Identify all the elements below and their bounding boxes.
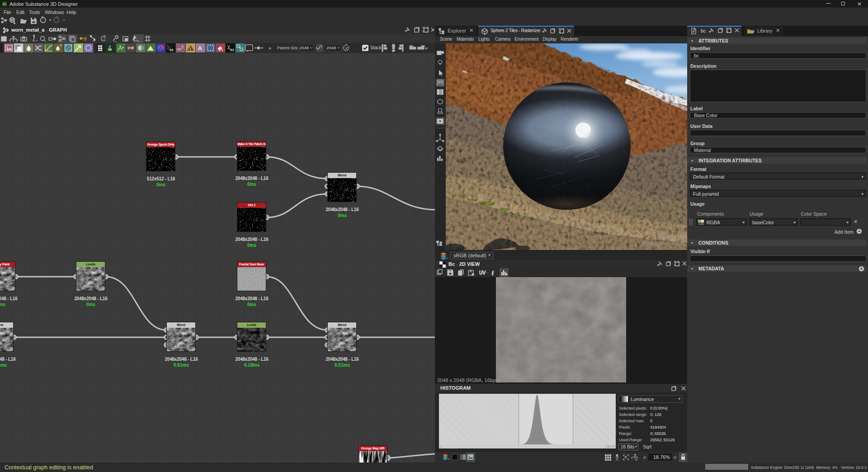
svg-text:UV: UV: [479, 270, 486, 275]
svg-text:Samples: 32: Samples: 32: [657, 235, 683, 240]
svg-text:2048: 2048: [326, 45, 336, 50]
svg-text:01: 01: [230, 48, 234, 52]
svg-text:bc: bc: [701, 28, 706, 33]
svg-text:!: !: [190, 47, 191, 51]
svg-text:Render Time: 0.32 s: Render Time: 0.32 s: [642, 241, 683, 245]
svg-text:A: A: [198, 45, 202, 52]
svg-text:Stack: Stack: [370, 45, 382, 50]
svg-text:2048: 2048: [299, 45, 309, 50]
svg-text:01: 01: [170, 48, 174, 52]
svg-text:»: »: [425, 45, 428, 51]
svg-text:Parent Size:: Parent Size:: [277, 45, 299, 50]
svg-text:i: i: [492, 269, 494, 276]
svg-text:»: »: [269, 45, 271, 51]
svg-text:18.76%: 18.76%: [653, 454, 670, 460]
